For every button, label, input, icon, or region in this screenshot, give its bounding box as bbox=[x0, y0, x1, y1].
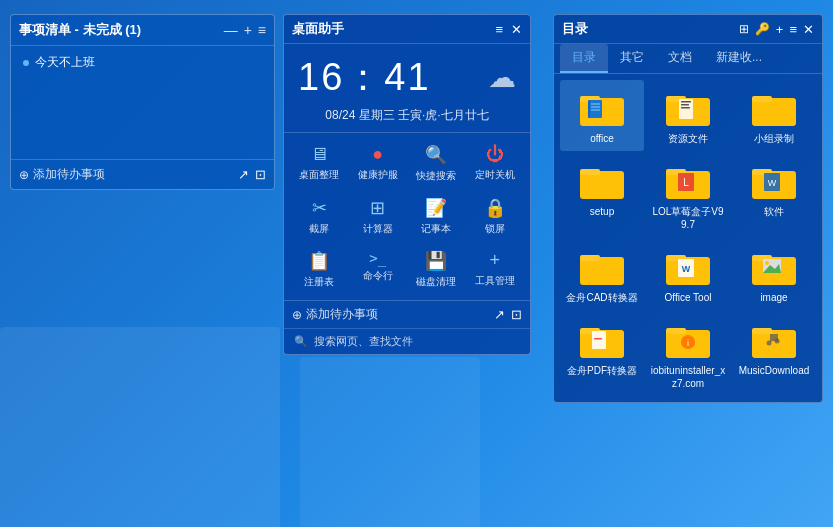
dir-item-lol[interactable]: L LOL草莓盒子V99.7 bbox=[646, 153, 730, 237]
search-bar-icon: 🔍 bbox=[294, 335, 308, 348]
grid-item-calc[interactable]: ⊞ 计算器 bbox=[351, 192, 406, 241]
dir-menu-icon[interactable]: ≡ bbox=[789, 22, 797, 37]
dir-item-pdf[interactable]: 金舟PDF转换器 bbox=[560, 312, 644, 396]
svg-rect-39 bbox=[594, 338, 602, 340]
todo-minimize-icon[interactable]: — bbox=[224, 22, 238, 38]
desktop-close-icon[interactable]: ✕ bbox=[511, 22, 522, 37]
svg-rect-38 bbox=[592, 331, 606, 349]
todo-qr-icon[interactable]: ⊡ bbox=[255, 167, 266, 182]
desktop-grid: 🖥 桌面整理 ● 健康护服 🔍 快捷搜索 ⏻ 定时关机 ✂ 截屏 ⊞ 计算器 📝… bbox=[284, 132, 530, 300]
dir-item-image[interactable]: image bbox=[732, 239, 816, 310]
dir-close-icon[interactable]: ✕ bbox=[803, 22, 814, 37]
todo-item: 今天不上班 bbox=[11, 46, 274, 79]
dir-item-cad[interactable]: 金舟CAD转换器 bbox=[560, 239, 644, 310]
grid-item-lock[interactable]: 🔒 锁屏 bbox=[468, 192, 523, 241]
dir-item-officetool[interactable]: W Office Tool bbox=[646, 239, 730, 310]
svg-rect-16 bbox=[580, 169, 600, 175]
todo-header: 事项清单 - 未完成 (1) — + ≡ bbox=[11, 15, 274, 46]
grid-label-calc: 计算器 bbox=[363, 222, 393, 236]
dir-item-resource[interactable]: 资源文件 bbox=[646, 80, 730, 151]
svg-rect-45 bbox=[752, 328, 772, 334]
desktop-header: 桌面助手 ≡ ✕ bbox=[284, 15, 530, 44]
dir-header-icons: ⊞ 🔑 + ≡ ✕ bbox=[739, 22, 814, 37]
svg-point-46 bbox=[767, 341, 772, 346]
grid-item-search[interactable]: 🔍 快捷搜索 bbox=[409, 139, 464, 188]
lock-icon: 🔒 bbox=[484, 197, 506, 219]
dir-item-music[interactable]: MusicDownload bbox=[732, 312, 816, 396]
grid-item-regedit[interactable]: 📋 注册表 bbox=[292, 245, 347, 294]
svg-point-47 bbox=[775, 339, 780, 344]
svg-rect-13 bbox=[752, 98, 796, 126]
grid-item-desktop[interactable]: 🖥 桌面整理 bbox=[292, 139, 347, 188]
desktop-search-bar[interactable]: 🔍 搜索网页、查找文件 bbox=[284, 328, 530, 354]
grid-label-regedit: 注册表 bbox=[304, 275, 334, 289]
health-icon: ● bbox=[372, 144, 383, 165]
grid-item-timer[interactable]: ⏻ 定时关机 bbox=[468, 139, 523, 188]
dir-list-icon[interactable]: ⊞ bbox=[739, 22, 749, 36]
dir-item-iobit[interactable]: i iobituninstaller_xz7.com bbox=[646, 312, 730, 396]
todo-add-button[interactable]: ⊕ 添加待办事项 bbox=[19, 166, 105, 183]
dir-title: 目录 bbox=[562, 20, 588, 38]
todo-add-icon[interactable]: + bbox=[244, 22, 252, 38]
search-bar-text: 搜索网页、查找文件 bbox=[314, 334, 413, 349]
svg-rect-26 bbox=[580, 255, 600, 261]
dir-item-label-image: image bbox=[760, 291, 787, 304]
svg-rect-25 bbox=[580, 257, 624, 285]
grid-label-cmd: 命令行 bbox=[363, 269, 393, 283]
scissors-icon: ✂ bbox=[312, 197, 327, 219]
todo-menu-icon[interactable]: ≡ bbox=[258, 22, 266, 38]
desktop-add-label: 添加待办事项 bbox=[306, 306, 378, 323]
desktop-add-button[interactable]: ⊕ 添加待办事项 bbox=[292, 306, 378, 323]
desktop-header-icons: ≡ ✕ bbox=[495, 22, 522, 37]
grid-item-health[interactable]: ● 健康护服 bbox=[351, 139, 406, 188]
desktop-clock-section: 16：41 ☁ bbox=[284, 44, 530, 105]
dir-item-label-iobit: iobituninstaller_xz7.com bbox=[650, 364, 726, 390]
dir-item-office[interactable]: office bbox=[560, 80, 644, 151]
svg-rect-10 bbox=[681, 101, 691, 103]
dir-item-label-music: MusicDownload bbox=[739, 364, 810, 377]
todo-title: 事项清单 - 未完成 (1) bbox=[19, 21, 141, 39]
disk-icon: 💾 bbox=[425, 250, 447, 272]
desktop-qr-icon[interactable]: ⊡ bbox=[511, 307, 522, 322]
dir-tab-new[interactable]: 新建收... bbox=[704, 44, 774, 73]
todo-item-text: 今天不上班 bbox=[35, 54, 95, 71]
desktop-share-icon[interactable]: ↗ bbox=[494, 307, 505, 322]
dir-item-record[interactable]: 小组录制 bbox=[732, 80, 816, 151]
grid-item-cmd[interactable]: >_ 命令行 bbox=[351, 245, 406, 294]
dir-tab-other[interactable]: 其它 bbox=[608, 44, 656, 73]
power-icon: ⏻ bbox=[486, 144, 504, 165]
desktop-add-circle-icon: ⊕ bbox=[292, 308, 302, 322]
dir-item-label-lol: LOL草莓盒子V99.7 bbox=[650, 205, 726, 231]
grid-item-notepad[interactable]: 📝 记事本 bbox=[409, 192, 464, 241]
folder-lol-icon: L bbox=[664, 161, 712, 201]
desktop-minimize-icon[interactable]: ≡ bbox=[495, 22, 503, 37]
dir-add-icon[interactable]: + bbox=[776, 22, 784, 37]
todo-add-label: 添加待办事项 bbox=[33, 166, 105, 183]
dir-tabs: 目录 其它 文档 新建收... bbox=[554, 44, 822, 74]
folder-office-icon bbox=[578, 88, 626, 128]
dir-item-label-resource: 资源文件 bbox=[668, 132, 708, 145]
dir-lock-icon[interactable]: 🔑 bbox=[755, 22, 770, 36]
grid-item-disk[interactable]: 💾 磁盘清理 bbox=[409, 245, 464, 294]
todo-header-icons: — + ≡ bbox=[224, 22, 266, 38]
grid-item-screenshot[interactable]: ✂ 截屏 bbox=[292, 192, 347, 241]
grid-label-notepad: 记事本 bbox=[421, 222, 451, 236]
dir-item-setup[interactable]: setup bbox=[560, 153, 644, 237]
dir-item-label-software: 软件 bbox=[764, 205, 784, 218]
dir-tab-docs[interactable]: 文档 bbox=[656, 44, 704, 73]
svg-text:L: L bbox=[683, 177, 689, 188]
folder-officetool-icon: W bbox=[664, 247, 712, 287]
todo-footer-icons: ↗ ⊡ bbox=[238, 167, 266, 182]
grid-item-tools[interactable]: + 工具管理 bbox=[468, 245, 523, 294]
dir-tab-directory[interactable]: 目录 bbox=[560, 44, 608, 73]
todo-panel: 事项清单 - 未完成 (1) — + ≡ 今天不上班 ⊕ 添加待办事项 ↗ ⊡ bbox=[10, 14, 275, 190]
todo-share-icon[interactable]: ↗ bbox=[238, 167, 249, 182]
folder-software-icon: W bbox=[750, 161, 798, 201]
todo-bullet bbox=[23, 60, 29, 66]
dir-item-label-officetool: Office Tool bbox=[665, 291, 712, 304]
dir-item-software[interactable]: W 软件 bbox=[732, 153, 816, 237]
folder-cad-icon bbox=[578, 247, 626, 287]
todo-footer: ⊕ 添加待办事项 ↗ ⊡ bbox=[11, 159, 274, 189]
tools-icon: + bbox=[489, 250, 500, 271]
grid-label-screenshot: 截屏 bbox=[309, 222, 329, 236]
